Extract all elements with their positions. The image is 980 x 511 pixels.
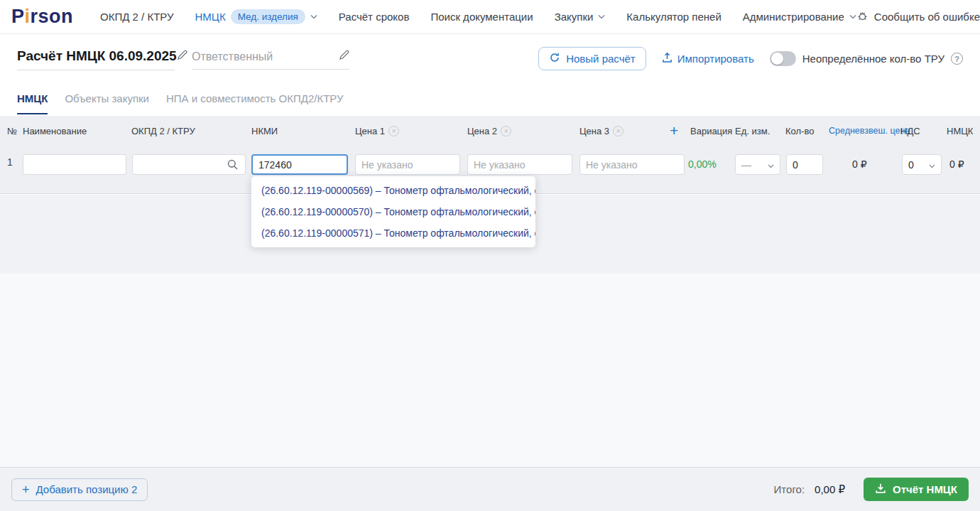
- remove-price1-icon[interactable]: ×: [388, 126, 399, 136]
- totals-group: Итого: 0,00 ₽ Отчёт НМЦК: [774, 478, 969, 501]
- col-header-price1: Цена 1×: [355, 126, 399, 136]
- col-header-unit: Ед. изм.: [735, 126, 770, 136]
- col-header-okpd: ОКПД 2 / КТРУ: [131, 126, 195, 136]
- nav-label: НМЦК: [195, 11, 226, 23]
- header-actions: Новый расчёт Импортировать Неопределённо…: [538, 47, 963, 70]
- nav-item-deadlines[interactable]: Расчёт сроков: [339, 11, 410, 23]
- report-bug-button[interactable]: Сообщить об ошибке: [856, 10, 980, 24]
- undefined-qty-label: Неопределённое кол-во ТРУ: [802, 53, 944, 65]
- add-position-label: Добавить позицию 2: [36, 483, 138, 495]
- refresh-icon: [549, 52, 560, 65]
- main-menu: ОКПД 2 / КТРУ НМЦК Мед. изделия Расчёт с…: [100, 9, 856, 24]
- help-icon[interactable]: ?: [951, 53, 963, 65]
- price1-input[interactable]: [355, 154, 460, 175]
- new-calc-label: Новый расчёт: [566, 53, 636, 65]
- nav-label: Администрирование: [743, 11, 844, 23]
- tab-bar: НМЦК Объекты закупки НПА и совместимость…: [0, 84, 980, 116]
- edit-responsible-icon[interactable]: [339, 50, 349, 63]
- plus-icon: +: [22, 483, 30, 496]
- add-price-column-icon[interactable]: +: [670, 122, 678, 139]
- chevron-down-icon: [310, 14, 317, 19]
- nav-label: ОКПД 2 / КТРУ: [100, 11, 173, 23]
- variation-value: 0,00%: [688, 158, 717, 170]
- bug-icon: [856, 10, 869, 24]
- chevron-down-icon: [768, 159, 774, 171]
- col-header-vat: НДС: [900, 126, 920, 136]
- undefined-qty-toggle[interactable]: [770, 51, 796, 66]
- nmck-value: 0 ₽: [949, 158, 964, 170]
- undefined-qty-toggle-group: Неопределённое кол-во ТРУ ?: [770, 51, 963, 66]
- upload-icon: [662, 52, 673, 65]
- nav-label: Калькулятор пеней: [626, 11, 721, 23]
- tab-nmck[interactable]: НМЦК: [17, 92, 48, 114]
- row-number: 1: [7, 156, 13, 168]
- nmck-report-label: Отчёт НМЦК: [893, 483, 957, 495]
- col-header-nkmi: НКМИ: [251, 126, 278, 136]
- vat-select[interactable]: 0: [902, 154, 942, 175]
- unit-value: —: [741, 159, 751, 171]
- name-input[interactable]: [23, 154, 126, 175]
- col-header-variation: Вариация: [690, 126, 732, 136]
- search-icon[interactable]: [227, 159, 238, 173]
- price3-input[interactable]: [579, 154, 685, 175]
- content-area-lower: [0, 274, 980, 467]
- calc-title-field: Расчёт НМЦК 06.09.2025: [17, 48, 175, 70]
- nav-item-okpd[interactable]: ОКПД 2 / КТРУ: [100, 11, 173, 23]
- chevron-down-icon: [598, 14, 605, 19]
- report-bug-label: Сообщить об ошибке: [874, 11, 980, 23]
- responsible-placeholder: Ответственный: [192, 50, 273, 63]
- app-window: Pirson ОКПД 2 / КТРУ НМЦК Мед. изделия Р…: [0, 0, 980, 511]
- edit-title-icon[interactable]: [177, 50, 187, 63]
- download-icon: [875, 483, 886, 496]
- nav-item-administration[interactable]: Администрирование: [743, 11, 856, 23]
- total-value: 0,00 ₽: [815, 483, 845, 496]
- suggestion-item[interactable]: (26.60.12.119-00000569) – Тонометр офтал…: [251, 180, 535, 201]
- import-button[interactable]: Импортировать: [662, 52, 754, 65]
- nkmi-input[interactable]: [251, 154, 348, 175]
- import-label: Импортировать: [677, 53, 754, 65]
- col-header-price2: Цена 2×: [467, 126, 511, 136]
- price2-input[interactable]: [467, 154, 572, 175]
- logo-text2: rson: [31, 6, 74, 27]
- logo[interactable]: Pirson: [11, 6, 73, 28]
- suggestion-item[interactable]: (26.60.12.119-00000571) – Тонометр офтал…: [251, 222, 535, 244]
- unit-select[interactable]: —: [735, 154, 780, 175]
- page-title: Расчёт НМЦК 06.09.2025: [17, 48, 177, 64]
- col-header-name: Наименование: [23, 126, 87, 136]
- avg-price-value: 0 ₽: [852, 158, 867, 170]
- nkmi-suggestions-dropdown: (26.60.12.119-00000569) – Тонометр офтал…: [251, 176, 535, 247]
- nav-label: Поиск документации: [430, 11, 533, 23]
- nmck-report-button[interactable]: Отчёт НМЦК: [864, 478, 969, 501]
- total-label: Итого:: [774, 483, 805, 495]
- page-header: Расчёт НМЦК 06.09.2025 Ответственный Нов…: [0, 34, 980, 84]
- nav-right: Сообщить об ошибке Выйти: [856, 10, 980, 24]
- logo-text: P: [11, 6, 25, 27]
- remove-price2-icon[interactable]: ×: [501, 126, 511, 136]
- col-header-avg-price[interactable]: Средневзвеш. цена: [829, 126, 910, 136]
- nav-item-nmck[interactable]: НМЦК Мед. изделия: [195, 9, 317, 24]
- chevron-down-icon: [929, 159, 935, 171]
- nav-item-penalty-calc[interactable]: Калькулятор пеней: [626, 11, 721, 23]
- logo-accent: i: [25, 6, 31, 27]
- chevron-down-icon: [849, 14, 856, 19]
- tab-npa-compatibility[interactable]: НПА и совместимость ОКПД2/КТРУ: [166, 92, 344, 114]
- bottom-bar: + Добавить позицию 2 Итого: 0,00 ₽ Отчёт…: [0, 467, 980, 511]
- tab-purchase-objects[interactable]: Объекты закупки: [65, 92, 149, 114]
- nmck-mode-badge: Мед. изделия: [231, 9, 305, 24]
- col-header-price3: Цена 3×: [579, 126, 624, 136]
- nav-label: Закупки: [555, 11, 594, 23]
- nav-item-purchases[interactable]: Закупки: [555, 11, 606, 23]
- responsible-field[interactable]: Ответственный: [192, 50, 349, 70]
- nav-label: Расчёт сроков: [339, 11, 410, 23]
- col-header-nmck: НМЦК: [947, 126, 973, 136]
- new-calc-button[interactable]: Новый расчёт: [538, 47, 646, 70]
- nav-item-docs-search[interactable]: Поиск документации: [430, 11, 533, 23]
- toggle-knob: [771, 53, 783, 65]
- suggestion-item[interactable]: (26.60.12.119-00000570) – Тонометр офтал…: [251, 201, 535, 222]
- top-nav: Pirson ОКПД 2 / КТРУ НМЦК Мед. изделия Р…: [0, 0, 980, 34]
- qty-input[interactable]: [786, 154, 823, 175]
- col-header-num: №: [7, 126, 17, 136]
- add-position-button[interactable]: + Добавить позицию 2: [11, 478, 148, 501]
- remove-price3-icon[interactable]: ×: [613, 126, 624, 136]
- col-header-qty: Кол-во: [785, 126, 814, 136]
